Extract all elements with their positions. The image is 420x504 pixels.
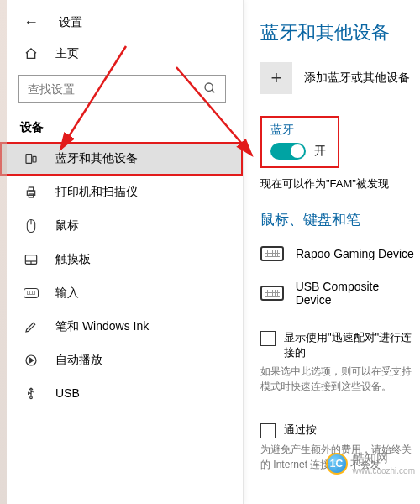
- bluetooth-toggle[interactable]: [270, 143, 306, 160]
- page-title: 蓝牙和其他设备: [260, 20, 417, 45]
- svg-marker-13: [30, 358, 34, 362]
- swift-pair-desc: 如果选中此选项，则可以在受支持模式时快速连接到这些设备。: [260, 364, 417, 394]
- device-name: Rapoo Gaming Device: [296, 247, 414, 260]
- app-root: ← 设置 主页 设备 蓝牙和其他设备 打印机和扫描仪: [0, 0, 420, 504]
- section-label: 设备: [0, 115, 243, 142]
- sidebar-item-pen[interactable]: 笔和 Windows Ink: [0, 310, 243, 344]
- sidebar-item-autoplay[interactable]: 自动播放: [0, 344, 243, 377]
- bluetooth-state: 开: [314, 144, 326, 159]
- swift-pair-label: 显示使用"迅速配对"进行连接的: [284, 330, 417, 360]
- mouse-icon: [24, 218, 39, 234]
- checkbox-icon[interactable]: [260, 423, 276, 438]
- autoplay-icon: [24, 354, 39, 367]
- svg-line-1: [212, 90, 214, 92]
- printer-icon: [24, 186, 39, 199]
- bluetooth-toggle-block: 蓝牙 开: [260, 116, 339, 168]
- add-device-row[interactable]: + 添加蓝牙或其他设备: [260, 62, 417, 94]
- back-icon[interactable]: ←: [24, 13, 39, 31]
- svg-rect-5: [29, 187, 33, 191]
- add-device-label: 添加蓝牙或其他设备: [304, 71, 410, 86]
- settings-title: 设置: [59, 15, 82, 30]
- device-row[interactable]: USB Composite Device: [260, 273, 417, 318]
- swift-pair-option[interactable]: 显示使用"迅速配对"进行连接的: [260, 330, 417, 360]
- sidebar-item-label: 打印机和扫描仪: [55, 185, 138, 200]
- sidebar-item-label: 笔和 Windows Ink: [55, 319, 149, 334]
- device-row[interactable]: Rapoo Gaming Device: [260, 239, 417, 273]
- usb-icon: [24, 386, 39, 400]
- sidebar-item-label: 自动播放: [55, 353, 102, 368]
- search-icon: [203, 81, 217, 97]
- sidebar-item-label: 输入: [55, 286, 79, 301]
- settings-sidebar: ← 设置 主页 设备 蓝牙和其他设备 打印机和扫描仪: [0, 0, 244, 504]
- header-row: ← 设置: [0, 8, 243, 39]
- watermark: 1C 酷知网 www.coozhi.com: [326, 451, 415, 475]
- svg-point-0: [205, 83, 213, 91]
- sidebar-item-typing[interactable]: 输入: [0, 276, 243, 310]
- device-group-title: 鼠标、键盘和笔: [260, 210, 417, 229]
- touchpad-icon: [24, 254, 39, 265]
- search-input[interactable]: [28, 82, 197, 96]
- discoverable-text: 现在可以作为"FAM"被发现: [260, 176, 417, 192]
- metered-option[interactable]: 通过按: [260, 423, 417, 438]
- keyboard-icon: [260, 246, 284, 261]
- svg-rect-3: [33, 156, 36, 162]
- bluetooth-devices-icon: [24, 152, 39, 165]
- window-edge: [0, 0, 7, 504]
- keyboard-icon: [260, 286, 284, 301]
- sidebar-item-mouse[interactable]: 鼠标: [0, 209, 243, 243]
- bluetooth-label: 蓝牙: [270, 123, 326, 138]
- svg-rect-2: [26, 155, 32, 164]
- sidebar-item-label: 蓝牙和其他设备: [55, 151, 138, 166]
- watermark-site: 酷知网: [353, 451, 415, 466]
- sidebar-item-printers[interactable]: 打印机和扫描仪: [0, 176, 243, 209]
- sidebar-item-label: 触摸板: [55, 252, 91, 267]
- svg-point-14: [30, 396, 33, 399]
- pen-icon: [24, 320, 39, 333]
- main-panel: 蓝牙和其他设备 + 添加蓝牙或其他设备 蓝牙 开 现在可以作为"FAM"被发现 …: [244, 0, 420, 504]
- svg-rect-6: [29, 194, 33, 197]
- search-box[interactable]: [18, 75, 226, 103]
- sidebar-item-label: USB: [55, 386, 80, 400]
- sidebar-item-usb[interactable]: USB: [0, 377, 243, 409]
- sidebar-item-touchpad[interactable]: 触摸板: [0, 243, 243, 276]
- plus-icon: +: [260, 62, 292, 94]
- sidebar-item-bluetooth[interactable]: 蓝牙和其他设备: [0, 142, 243, 176]
- sidebar-item-label: 鼠标: [55, 218, 79, 234]
- home-label: 主页: [55, 46, 79, 61]
- keyboard-icon: [24, 288, 39, 298]
- watermark-url: www.coozhi.com: [353, 466, 415, 475]
- metered-label: 通过按: [284, 423, 317, 438]
- watermark-badge-icon: 1C: [326, 453, 348, 475]
- checkbox-icon[interactable]: [260, 331, 276, 346]
- home-item[interactable]: 主页: [0, 39, 243, 68]
- device-name: USB Composite Device: [296, 280, 417, 307]
- home-icon: [24, 47, 39, 60]
